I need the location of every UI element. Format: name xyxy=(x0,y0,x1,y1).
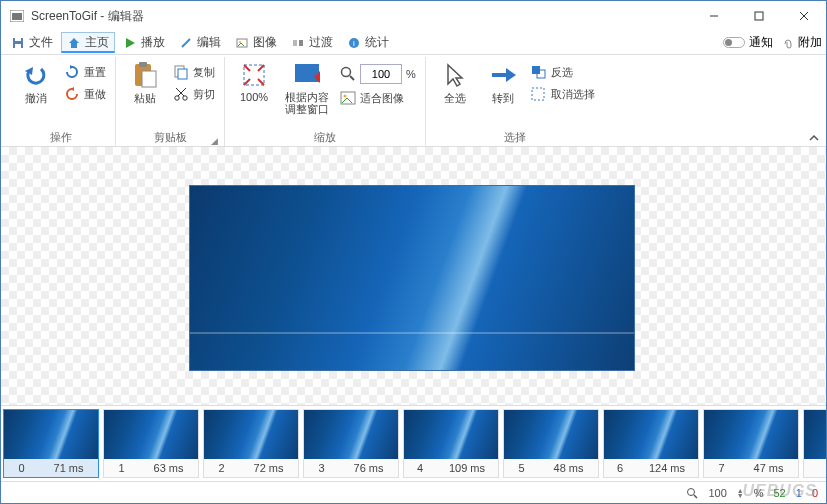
svg-rect-1 xyxy=(12,13,22,20)
minimize-button[interactable] xyxy=(691,1,736,31)
tab-label: 编辑 xyxy=(197,34,221,51)
group-label: 剪贴板 xyxy=(154,131,187,143)
frame-index: 2 xyxy=(218,462,224,474)
svg-marker-10 xyxy=(126,38,135,48)
group-label: 缩放 xyxy=(231,130,419,146)
expand-icon xyxy=(238,61,270,89)
frame-thumbnail[interactable]: 272 ms xyxy=(203,409,299,478)
select-all-label: 全选 xyxy=(444,91,466,106)
frame-meta: 163 ms xyxy=(104,459,198,477)
frame-index: 7 xyxy=(718,462,724,474)
svg-rect-8 xyxy=(15,38,21,41)
cursor-icon xyxy=(439,61,471,89)
play-icon xyxy=(123,36,137,50)
copy-icon xyxy=(173,64,189,80)
zoom-input[interactable] xyxy=(360,64,402,84)
ribbon-group-zoom: 100% 根据内容 调整窗口 % 适合图像 xyxy=(224,57,425,146)
svg-marker-9 xyxy=(69,38,79,48)
zoom-100-button[interactable]: 100% xyxy=(231,57,277,103)
frame-thumbnail[interactable]: 163 ms xyxy=(103,409,199,478)
frame-thumbnail[interactable]: 071 ms xyxy=(3,409,99,478)
close-button[interactable] xyxy=(781,1,826,31)
frame-meta: 6124 ms xyxy=(604,459,698,477)
maximize-button[interactable] xyxy=(736,1,781,31)
dialog-launcher-icon[interactable]: ◢ xyxy=(211,136,218,146)
redo-button[interactable]: 重做 xyxy=(61,85,109,103)
preview-frame xyxy=(189,185,635,371)
svg-text:i: i xyxy=(353,39,355,48)
tab-bar: 文件 主页 播放 编辑 图像 过渡 i 统计 通知 xyxy=(1,31,826,55)
attach-button[interactable]: 附加 xyxy=(781,34,822,51)
reset-button[interactable]: 重置 xyxy=(61,63,109,81)
thumb-image xyxy=(504,410,598,459)
svg-point-47 xyxy=(688,488,695,495)
picture-icon xyxy=(340,90,356,106)
tab-label: 过渡 xyxy=(309,34,333,51)
fit-content-label: 根据内容 调整窗口 xyxy=(285,91,329,115)
svg-line-38 xyxy=(350,76,354,80)
paperclip-icon xyxy=(781,36,795,50)
frame-thumbnail[interactable]: 8 xyxy=(803,409,826,478)
zoom-spinner[interactable]: ▲▼ xyxy=(737,488,744,498)
select-all-button[interactable]: 全选 xyxy=(432,57,478,106)
inverse-button[interactable]: 反选 xyxy=(528,63,598,81)
deselect-button[interactable]: 取消选择 xyxy=(528,85,598,103)
thumb-image xyxy=(704,410,798,459)
window-title: ScreenToGif - 编辑器 xyxy=(31,8,691,25)
canvas-area[interactable] xyxy=(1,147,826,405)
goto-label: 转到 xyxy=(492,91,514,106)
svg-marker-19 xyxy=(70,65,74,69)
svg-line-33 xyxy=(244,79,250,85)
tab-edit[interactable]: 编辑 xyxy=(173,32,227,53)
fit-content-button[interactable]: 根据内容 调整窗口 xyxy=(279,57,335,115)
svg-rect-14 xyxy=(293,40,297,46)
tab-stats[interactable]: i 统计 xyxy=(341,32,395,53)
group-label: 操作 xyxy=(13,130,109,146)
collapse-ribbon-button[interactable] xyxy=(808,132,820,144)
paste-button[interactable]: 粘贴 xyxy=(122,57,168,106)
thumb-image xyxy=(404,410,498,459)
frame-meta: 4109 ms xyxy=(404,459,498,477)
frame-delay: 124 ms xyxy=(649,462,685,474)
svg-line-48 xyxy=(694,495,697,498)
thumb-image xyxy=(104,410,198,459)
tab-file[interactable]: 文件 xyxy=(5,32,59,53)
svg-marker-43 xyxy=(506,68,516,82)
goto-button[interactable]: 转到 xyxy=(480,57,526,106)
frame-thumbnail[interactable]: 747 ms xyxy=(703,409,799,478)
ribbon-group-ops: 撤消 重置 重做 操作 xyxy=(7,57,115,146)
frame-thumbnail[interactable]: 4109 ms xyxy=(403,409,499,478)
frame-index: 1 xyxy=(118,462,124,474)
tab-image[interactable]: 图像 xyxy=(229,32,283,53)
frame-delay: 48 ms xyxy=(554,462,584,474)
svg-point-40 xyxy=(344,95,347,98)
frame-thumbnail[interactable]: 6124 ms xyxy=(603,409,699,478)
chevron-up-icon xyxy=(808,132,820,144)
clipboard-icon xyxy=(129,61,161,89)
copy-button[interactable]: 复制 xyxy=(170,63,218,81)
frame-thumbnail[interactable]: 376 ms xyxy=(303,409,399,478)
app-icon xyxy=(9,8,25,24)
film-strip[interactable]: 071 ms163 ms272 ms376 ms4109 ms548 ms612… xyxy=(1,405,826,481)
svg-line-31 xyxy=(244,65,250,71)
inverse-icon xyxy=(531,64,547,80)
frame-thumbnail[interactable]: 548 ms xyxy=(503,409,599,478)
svg-point-26 xyxy=(175,96,179,100)
cut-button[interactable]: 剪切 xyxy=(170,85,218,103)
frame-index: 0 xyxy=(18,462,24,474)
undo-button[interactable]: 撤消 xyxy=(13,57,59,106)
svg-rect-23 xyxy=(142,71,156,87)
tab-home[interactable]: 主页 xyxy=(61,32,115,53)
frame-meta: 8 xyxy=(804,459,826,477)
home-icon xyxy=(67,36,81,50)
tab-play[interactable]: 播放 xyxy=(117,32,171,53)
notify-toggle[interactable]: 通知 xyxy=(723,34,773,51)
frame-delay: 76 ms xyxy=(354,462,384,474)
svg-marker-20 xyxy=(70,87,74,91)
deselect-label: 取消选择 xyxy=(551,87,595,102)
tab-transition[interactable]: 过渡 xyxy=(285,32,339,53)
tab-label: 图像 xyxy=(253,34,277,51)
svg-line-29 xyxy=(176,88,184,96)
frame-index: 5 xyxy=(518,462,524,474)
fit-image-button[interactable]: 适合图像 xyxy=(337,89,419,107)
